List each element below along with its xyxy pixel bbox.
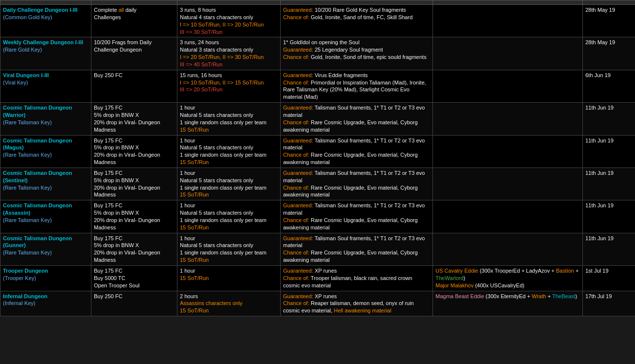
achievements-cell [433,168,583,200]
introduced-cell: 28th May 19 [583,5,635,37]
rewards-cell: Guaranteed: Talisman Soul framents, 1* T… [281,168,433,200]
rewards-cell: Guaranteed: Talisman Soul framents, 1* T… [281,103,433,135]
level-cell: 1 hourNatural 5 stars characters only1 s… [177,233,281,265]
key-cell: Buy 175 FC5% drop in BNW X20% drop in Vi… [91,135,177,168]
rewards-cell: Guaranteed: Virus Eddie fragmentsChance … [281,70,433,102]
introduced-cell: 17th Jul 19 [583,291,635,316]
level-cell: 15 runs, 16 hoursI => 10 SoT/Run, II => … [177,70,281,102]
rewards-cell: Guaranteed: Talisman Soul framents, 1* T… [281,135,433,168]
header-level [177,0,281,5]
achievements-cell [433,5,583,37]
rewards-cell: Guaranteed: XP runesChance of: Trooper t… [281,266,433,291]
header-introduced [583,0,635,5]
level-cell: 3 runs, 24 hoursNatural 3 stars characte… [177,37,281,70]
level-cell: 2 hoursAssassins characters only15 SoT/R… [177,291,281,316]
header-rewards [281,0,433,5]
introduced-cell: 28th May 19 [583,37,635,70]
achievements-cell [433,70,583,102]
achievements-cell [433,135,583,168]
rewards-cell: Guaranteed: 10/200 Rare Gold Key Soul fr… [281,5,433,37]
introduced-cell: 11th Jun 19 [583,200,635,233]
key-cell: Buy 175 FC5% drop in BNW X20% drop in Vi… [91,233,177,265]
dungeon-cell: Trooper Dungeon(Trooper Key) [0,266,91,291]
achievements-cell: Magma Beast Eddie (300x EternityEd + Wra… [433,291,583,316]
dungeon-cell: Cosmic Talisman Dungeon (Magus)(Rare Tal… [0,135,91,168]
rewards-cell: Guaranteed: Talisman Soul framents, 1* T… [281,233,433,265]
rewards-cell: Guaranteed: Talisman Soul framents, 1* T… [281,200,433,233]
achievements-cell [433,233,583,265]
level-cell: 3 runs, 8 hoursNatural 4 stars character… [177,5,281,37]
header-achievements [433,0,583,5]
achievements-cell [433,200,583,233]
key-cell: Complete all dailyChallenges [91,5,177,37]
header-key [91,0,177,5]
key-cell: 10/200 Frags from Daily Challenge Dungeo… [91,37,177,70]
key-cell: Buy 250 FC [91,291,177,316]
dungeon-cell: Cosmic Talisman Dungeon (Gunner)(Rare Ta… [0,233,91,265]
level-cell: 1 hourNatural 5 stars characters only1 s… [177,135,281,168]
achievements-cell [433,103,583,135]
achievements-cell: US Cavalry Eddie (300x TrooperEd + LadyA… [433,266,583,291]
rewards-cell: 1* GoldIdol on opening the SoulGuarantee… [281,37,433,70]
introduced-cell: 6th Jun 19 [583,70,635,102]
key-cell: Buy 175 FC5% drop in BNW X20% drop in Vi… [91,200,177,233]
dungeon-cell: Cosmic Talisman Dungeon (Assassin)(Rare … [0,200,91,233]
dungeon-cell: Viral Dungeon I-III(Viral Key) [0,70,91,102]
key-cell: Buy 175 FC5% drop in BNW X20% drop in Vi… [91,103,177,135]
level-cell: 1 hour15 SoT/Run [177,266,281,291]
dungeon-cell: Daily Challenge Dungeon I-III(Common Gol… [0,5,91,37]
level-cell: 1 hourNatural 5 stars characters only1 s… [177,103,281,135]
introduced-cell: 11th Jun 19 [583,135,635,168]
key-cell: Buy 250 FC [91,70,177,102]
dungeon-cell: Cosmic Talisman Dungeon (Sentinel)(Rare … [0,168,91,200]
introduced-cell: 11th Jun 19 [583,168,635,200]
header-dungeon [0,0,91,5]
achievements-cell [433,37,583,70]
introduced-cell: 11th Jun 19 [583,103,635,135]
dungeon-cell: Weekly Challenge Dungeon I-III(Rare Gold… [0,37,91,70]
dungeon-cell: Infernal Dungeon(Infernal Key) [0,291,91,316]
dungeon-cell: Cosmic Talisman Dungeon (Warrior)(Rare T… [0,103,91,135]
key-cell: Buy 175 FCBuy 5000 TCOpen Trooper Soul [91,266,177,291]
rewards-cell: Guaranteed: XP runesChance of: Reaper ta… [281,291,433,316]
key-cell: Buy 175 FC5% drop in BNW X20% drop in Vi… [91,168,177,200]
introduced-cell: 1st Jul 19 [583,266,635,291]
introduced-cell: 11th Jun 19 [583,233,635,265]
level-cell: 1 hourNatural 5 stars characters only1 s… [177,168,281,200]
level-cell: 1 hourNatural 5 stars characters only1 s… [177,200,281,233]
